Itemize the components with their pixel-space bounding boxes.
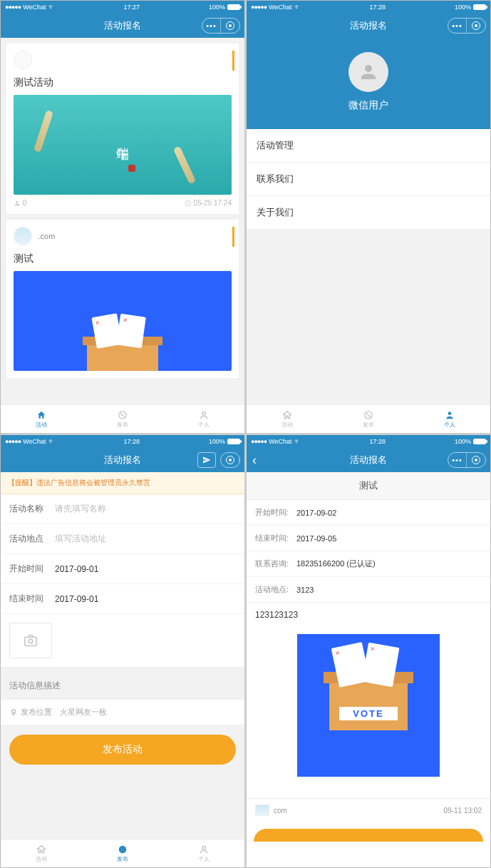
tab-activity[interactable]: 活动 [1,405,82,433]
menu-dots-icon[interactable]: ••• [202,19,221,33]
profile-header: 微信用户 [247,38,490,129]
header: 活动报名 [1,448,244,472]
name-input[interactable]: 请先填写名称 [55,503,236,515]
activity-datetime: 05-25 17:24 [185,199,232,207]
location-label: 发布位置 [21,707,52,718]
tab-bar: 活动 发布 个人 [247,404,490,433]
page-title: 活动报名 [350,454,387,466]
start-date-value[interactable]: 2017-09-01 [55,564,236,574]
battery-icon [227,4,240,10]
tab-activity[interactable]: 活动 [247,405,328,433]
page-title: 活动报名 [104,19,141,32]
header: ‹ 活动报名 ••• [247,448,490,472]
target-icon[interactable] [221,19,239,33]
header: 活动报名 ••• [1,14,244,38]
author-avatar [14,51,32,69]
camera-icon[interactable] [9,623,52,658]
tab-profile[interactable]: 个人 [163,405,244,433]
author-name: .com [38,232,55,240]
capsule-buttons[interactable]: ••• [202,18,240,34]
author-footer: com 09-11 13:02 [247,798,490,822]
carrier: WeChat [23,4,46,11]
field-activity-name[interactable]: 活动名称请先填写名称 [1,494,244,524]
detail-image: ✕ ✕ VOTE [247,627,490,798]
capsule-buttons[interactable]: ••• [448,18,486,34]
clock: 17:27 [123,4,140,11]
action-button-partial[interactable] [254,829,483,842]
description-label: 活动信息描述 [1,667,244,699]
author-name: com [274,807,287,815]
info-contact: 联系咨询:18235166200 (已认证) [247,551,490,577]
signal-icon: ●●●●● [5,4,21,11]
info-end-time: 结束时间:2017-09-05 [247,526,490,551]
profile-menu: 活动管理 联系我们 关于我们 [247,129,490,230]
status-bar: ●●●●● WeChatᯤ 17:27 100% [1,1,244,14]
svg-point-2 [202,412,206,415]
accent-stripe [232,227,234,247]
tab-publish[interactable]: 发布 [328,405,409,433]
author-avatar [255,805,269,816]
field-activity-address[interactable]: 活动地点填写活动地址 [1,524,244,554]
accent-stripe [232,51,234,71]
warning-banner: 【提醒】违法广告信息将会被管理员永久禁言 [1,472,244,494]
activity-title: 测试活动 [14,76,232,89]
tab-publish[interactable]: 发布 [82,405,163,433]
end-date-value[interactable]: 2017-09-01 [55,594,236,604]
activity-image: 端午 [14,95,232,195]
page-title: 活动报名 [350,19,387,32]
author-avatar [14,227,32,245]
wifi-icon: ᯤ [48,4,55,11]
svg-rect-5 [25,637,37,645]
header: 活动报名 ••• [247,14,490,38]
svg-point-8 [202,846,206,849]
activity-card[interactable]: 测试活动 端午 0 05-25 17:24 [6,44,239,214]
battery-pct: 100% [209,4,225,11]
tab-bar: 活动 发布 个人 [1,404,244,433]
location-value: 火星网友一枚 [60,707,107,718]
status-bar: ●●●●● WeChatᯤ 17:28 100% [247,1,490,14]
posted-time: 09-11 13:02 [444,807,482,815]
menu-item-about[interactable]: 关于我们 [247,196,490,230]
tab-profile[interactable]: 个人 [409,405,490,433]
detail-content: 123123123 [247,603,490,627]
screen-activity-detail: ●●●●● WeChatᯤ 17:28 100% ‹ 活动报名 ••• 测试 开… [247,435,490,867]
screen-profile: ●●●●● WeChatᯤ 17:28 100% 活动报名 ••• 微信用户 活… [247,1,490,433]
back-button[interactable]: ‹ [252,453,257,468]
page-title: 活动报名 [104,454,141,466]
activity-title: 测试 [14,252,232,265]
field-end-time[interactable]: 结束时间2017-09-01 [1,584,244,614]
pin-icon [9,708,18,718]
svg-point-7 [119,845,127,853]
screen-activity-list: ●●●●● WeChatᯤ 17:27 100% 活动报名 ••• 测试活动 端… [1,1,244,433]
tab-activity[interactable]: 活动 [1,839,82,867]
username: 微信用户 [247,99,490,112]
info-address: 活动地点:3123 [247,577,490,603]
detail-title: 测试 [247,472,490,500]
menu-item-contact[interactable]: 联系我们 [247,163,490,196]
svg-point-4 [448,412,452,415]
participant-count: 0 [14,199,26,207]
image-upload[interactable] [1,614,244,667]
vote-label: VOTE [339,707,398,720]
tab-bar: 活动 发布 个人 [1,839,244,867]
status-bar: ●●●●● WeChatᯤ 17:28 100% [247,435,490,448]
svg-point-6 [29,639,33,643]
send-button[interactable] [197,452,216,468]
publish-button[interactable]: 发布活动 [9,735,236,765]
user-avatar[interactable] [348,52,388,92]
screen-publish-form: ●●●●● WeChatᯤ 17:28 100% 活动报名 【提醒】违法广告信息… [1,435,244,867]
status-bar: ●●●●● WeChatᯤ 17:28 100% [1,435,244,448]
address-input[interactable]: 填写活动地址 [55,533,236,545]
activity-feed: 测试活动 端午 0 05-25 17:24 .com 测试 ✕✕ [1,38,244,404]
activity-card[interactable]: .com 测试 ✕✕ [6,220,239,378]
activity-image: ✕✕ [14,271,232,371]
tab-publish[interactable]: 发布 [82,839,163,867]
menu-item-activity-mgmt[interactable]: 活动管理 [247,129,490,163]
capsule-buttons[interactable]: ••• [448,452,486,468]
info-start-time: 开始时间:2017-09-02 [247,500,490,526]
location-row[interactable]: 发布位置 火星网友一枚 [1,699,244,725]
capsule-buttons[interactable] [220,452,240,468]
tab-profile[interactable]: 个人 [163,839,244,867]
field-start-time[interactable]: 开始时间2017-09-01 [1,554,244,584]
